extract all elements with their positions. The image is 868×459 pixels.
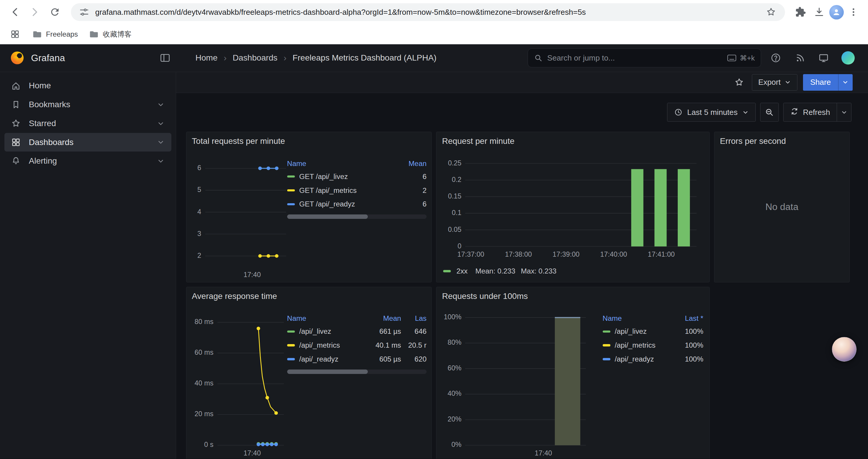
downloads-icon[interactable]: [810, 3, 828, 21]
legend-col-mean[interactable]: Mean: [366, 314, 401, 323]
forward-button[interactable]: [25, 3, 44, 22]
legend-scrollbar-thumb[interactable]: [287, 215, 368, 219]
panel-title[interactable]: Total requests per minute: [192, 136, 285, 146]
legend-col-name[interactable]: Name: [287, 160, 394, 168]
sidebar-item-dashboards[interactable]: Dashboards: [4, 133, 172, 152]
panel-total-requests: Total requests per minute 6543217:40 Nam…: [186, 132, 432, 282]
bell-icon: [11, 156, 21, 166]
share-button[interactable]: Share: [803, 74, 838, 91]
folder-icon: [89, 29, 99, 39]
search-box[interactable]: ⌘+k: [528, 48, 761, 67]
legend-col-last[interactable]: Last *: [670, 314, 703, 323]
series-toggle[interactable]: /api/_metrics: [603, 341, 670, 350]
chevron-down-icon[interactable]: [157, 157, 164, 165]
zoom-out-time-button[interactable]: [760, 103, 779, 122]
search-icon: [534, 54, 543, 62]
share-menu-button[interactable]: [838, 74, 852, 91]
area-chart[interactable]: 100%80%60%40%20%0%17:40: [436, 302, 600, 459]
time-range-picker[interactable]: Last 5 minutes: [667, 103, 756, 122]
bar-chart[interactable]: 0.250.20.150.10.05017:37:0017:38:0017:39…: [436, 147, 702, 268]
panel-title[interactable]: Request per minute: [442, 136, 514, 146]
series-name[interactable]: 2xx: [457, 267, 468, 275]
chevron-down-icon[interactable]: [157, 120, 164, 127]
url-bar[interactable]: [71, 3, 785, 21]
legend-scrollbar-thumb[interactable]: [287, 369, 368, 374]
assistant-avatar-button[interactable]: [832, 337, 856, 361]
back-button[interactable]: [6, 3, 25, 22]
reload-button[interactable]: [45, 3, 64, 22]
grafana-logo-icon: [10, 51, 25, 65]
series-name: /api/_readyz: [615, 355, 654, 363]
legend-col-name[interactable]: Name: [287, 314, 366, 323]
panel-errors-per-second: Errors per second No data: [714, 132, 850, 282]
series-toggle[interactable]: /api/_livez: [287, 327, 366, 335]
series-toggle[interactable]: /api/_livez: [603, 327, 670, 335]
legend-table: Name Mean GET /api/_livez 6 GET /api/_me…: [287, 157, 427, 219]
user-avatar[interactable]: [841, 52, 855, 65]
star-icon: [11, 119, 21, 129]
series-toggle[interactable]: /api/_metrics: [287, 341, 366, 350]
series-max: Max: 0.233: [521, 267, 556, 275]
series-mean: 2: [393, 186, 426, 195]
sidebar-item-alerting[interactable]: Alerting: [4, 152, 172, 170]
chevron-down-icon[interactable]: [157, 101, 164, 108]
extensions-icon[interactable]: [792, 3, 809, 21]
sidebar-item-home[interactable]: Home: [4, 76, 172, 95]
legend-header: Name Mean: [287, 157, 427, 169]
refresh-icon: [790, 107, 799, 118]
series-last: 100%: [670, 341, 703, 350]
help-icon[interactable]: [771, 53, 781, 63]
favorite-dashboard-button[interactable]: [732, 75, 746, 90]
browser-toolbar: [0, 0, 868, 24]
series-last: 20.5 r: [401, 341, 427, 350]
series-name: /api/_livez: [615, 327, 647, 335]
series-name: /api/_metrics: [299, 341, 340, 350]
search-input[interactable]: [547, 54, 723, 63]
legend-col-mean[interactable]: Mean: [393, 160, 426, 168]
legend-scrollbar[interactable]: [287, 215, 427, 219]
chevron-down-icon[interactable]: [157, 138, 164, 146]
apps-grid-icon[interactable]: [9, 25, 21, 43]
breadcrumb-home[interactable]: Home: [195, 53, 217, 63]
url-input[interactable]: [95, 8, 760, 17]
refresh-button[interactable]: Refresh: [783, 103, 837, 121]
legend-col-name[interactable]: Name: [603, 314, 670, 323]
bookmark-folder-blogs[interactable]: 收藏博客: [89, 29, 131, 39]
browser-menu-icon[interactable]: [845, 3, 862, 21]
legend-scrollbar[interactable]: [287, 369, 427, 374]
zoom-out-icon: [765, 107, 774, 117]
series-last: 646: [401, 327, 427, 335]
series-toggle[interactable]: /api/_readyz: [603, 355, 670, 363]
sidebar-toggle-icon[interactable]: [159, 52, 170, 63]
legend-row: /api/_livez 100%: [603, 325, 704, 338]
series-swatch: [603, 358, 610, 360]
sidebar-item-starred[interactable]: Starred: [4, 114, 172, 133]
export-label: Export: [758, 78, 780, 87]
bookmark-star-icon[interactable]: [765, 3, 777, 21]
timeseries-chart[interactable]: 80 ms60 ms40 ms20 ms0 s17:40: [186, 302, 287, 459]
sidebar-item-bookmarks[interactable]: Bookmarks: [4, 95, 172, 114]
profile-avatar[interactable]: [829, 5, 844, 20]
series-toggle[interactable]: /api/_readyz: [287, 355, 366, 363]
series-swatch: [603, 330, 610, 333]
panel-title[interactable]: Average response time: [192, 292, 277, 301]
series-toggle[interactable]: GET /api/_metrics: [287, 186, 394, 195]
legend-row: /api/_metrics 100%: [603, 338, 704, 352]
series-swatch: [287, 203, 295, 205]
breadcrumb-dashboards[interactable]: Dashboards: [233, 53, 277, 63]
series-toggle[interactable]: GET /api/_readyz: [287, 200, 394, 208]
sidebar-item-label: Dashboards: [29, 138, 73, 147]
refresh-interval-button[interactable]: [837, 103, 851, 121]
legend: 2xx Mean: 0.233 Max: 0.233: [443, 267, 557, 275]
timeseries-chart[interactable]: 6543217:40: [186, 147, 287, 287]
series-toggle[interactable]: GET /api/_livez: [287, 172, 394, 181]
legend-col-last[interactable]: Las: [401, 314, 427, 323]
grafana-brand[interactable]: Grafana: [10, 51, 65, 65]
bookmark-folder-freeleaps[interactable]: Freeleaps: [32, 29, 78, 39]
series-swatch: [287, 189, 295, 191]
news-rss-icon[interactable]: [795, 53, 806, 63]
export-button[interactable]: Export: [752, 74, 798, 91]
site-settings-icon[interactable]: [79, 3, 90, 21]
monitor-icon[interactable]: [818, 52, 829, 63]
panel-title[interactable]: Requests under 100ms: [442, 292, 528, 301]
